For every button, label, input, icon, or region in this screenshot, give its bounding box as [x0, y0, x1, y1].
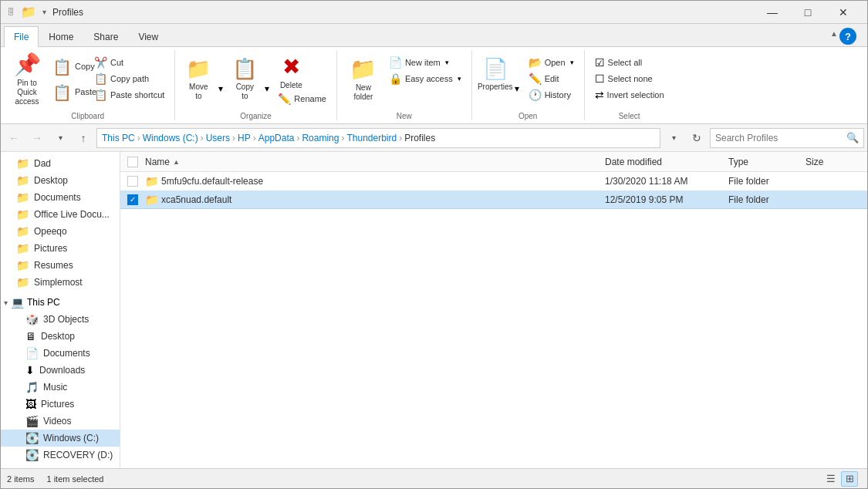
refresh-button[interactable]: ↻	[687, 128, 707, 148]
history-icon: 🕐	[529, 89, 542, 101]
sidebar-item-documents2[interactable]: 📄 Documents	[1, 345, 120, 362]
close-button[interactable]: ✕	[826, 1, 861, 24]
column-type[interactable]: Type	[725, 157, 802, 167]
ribbon-tabs: File Home Share View ▲ ?	[1, 24, 867, 47]
easy-access-button[interactable]: 🔒 Easy access ▾	[385, 71, 465, 86]
breadcrumb-users[interactable]: Users	[206, 133, 230, 143]
large-icons-view-button[interactable]: ⊞	[841, 471, 858, 487]
table-row[interactable]: ✓ 📁 xca5nuad.default 12/5/2019 9:05 PM F…	[120, 191, 867, 209]
computer-icon: 💻	[11, 296, 24, 309]
sidebar-item-recovery[interactable]: 💽 RECOVERY (D:)	[1, 447, 120, 464]
collapse-ribbon-button[interactable]: ▲	[829, 28, 839, 39]
ribbon-group-new: 📁 New folder 📄 New item ▾ 🔒 Easy access …	[337, 50, 472, 120]
open-button[interactable]: 📂 Open ▾	[525, 55, 578, 70]
sidebar-item-downloads[interactable]: ⬇ Downloads	[1, 362, 120, 379]
move-to-arrow[interactable]: ▾	[215, 53, 226, 101]
row1-check[interactable]	[123, 176, 142, 187]
search-input[interactable]	[715, 133, 843, 143]
easy-access-icon: 🔒	[389, 73, 402, 85]
header-check[interactable]	[123, 157, 142, 167]
row1-checkbox[interactable]	[127, 176, 138, 187]
edit-button[interactable]: ✏️ Edit	[525, 71, 578, 86]
breadcrumb-appdata[interactable]: AppData	[258, 133, 295, 143]
copy-to-arrow[interactable]: ▾	[262, 53, 272, 101]
sort-arrow-icon: ▲	[173, 158, 180, 166]
sidebar-item-pictures[interactable]: 📁 Pictures	[1, 240, 120, 257]
new-item-label: New item	[405, 58, 441, 67]
sidebar-item-videos[interactable]: 🎬 Videos	[1, 413, 120, 430]
recovery-icon: 💽	[25, 449, 39, 461]
details-view-button[interactable]: ☰	[822, 471, 839, 487]
sidebar-item-dad[interactable]: 📁 Dad	[1, 155, 120, 172]
help-button[interactable]: ?	[839, 28, 856, 45]
header-checkbox[interactable]	[127, 157, 138, 167]
sidebar-item-3dobjects[interactable]: 🎲 3D Objects	[1, 311, 120, 328]
sidebar-item-desktop[interactable]: 📁 Desktop	[1, 172, 120, 189]
history-button[interactable]: 🕐 History	[525, 87, 578, 103]
sidebar-item-documents[interactable]: 📁 Documents	[1, 189, 120, 206]
table-row[interactable]: 📁 5mfu9cfu.default-release 1/30/2020 11:…	[120, 172, 867, 191]
column-date[interactable]: Date modified	[602, 157, 725, 167]
breadcrumb-profiles[interactable]: Profiles	[404, 133, 435, 143]
up-button[interactable]: ↑	[73, 128, 93, 148]
recent-locations-button[interactable]: ▾	[50, 128, 70, 148]
copy-icon: 📋	[52, 58, 72, 76]
minimize-button[interactable]: —	[755, 1, 790, 24]
edit-label: Edit	[545, 74, 559, 83]
row2-filename: xca5nuad.default	[161, 194, 599, 205]
move-to-button[interactable]: 📁 Move to	[181, 53, 215, 101]
breadcrumb-roaming[interactable]: Roaming	[302, 133, 339, 143]
copy-button[interactable]: 📋 Copy	[49, 55, 89, 79]
tab-share[interactable]: Share	[83, 26, 128, 47]
breadcrumb-thunderbird[interactable]: Thunderbird	[346, 133, 397, 143]
invert-selection-button[interactable]: ⇄ Invert selection	[591, 87, 668, 103]
view-buttons: ☰ ⊞	[822, 471, 858, 487]
rename-button[interactable]: ✏️ Rename	[274, 91, 330, 106]
breadcrumb[interactable]: This PC › Windows (C:) › Users › HP › Ap…	[96, 128, 660, 148]
dropdown-address-button[interactable]: ▾	[664, 128, 684, 148]
new-item-button[interactable]: 📄 New item ▾	[385, 55, 465, 70]
pin-icon: 📌	[14, 52, 41, 77]
select-none-button[interactable]: ☐ Select none	[591, 71, 668, 86]
cut-button[interactable]: ✂️ Cut	[90, 55, 168, 70]
tab-file[interactable]: File	[4, 26, 39, 47]
delete-button[interactable]: ✖ Delete	[274, 55, 308, 89]
properties-arrow[interactable]: ▾	[512, 53, 523, 101]
dropdown-arrow-icon[interactable]: ▾	[42, 8, 46, 16]
sidebar-item-music[interactable]: 🎵 Music	[1, 379, 120, 396]
breadcrumb-pc[interactable]: This PC	[102, 133, 135, 143]
folder-icon: 📁	[16, 174, 29, 187]
sidebar-item-windows-c[interactable]: 💽 Windows (C:)	[1, 430, 120, 447]
forward-button[interactable]: →	[27, 128, 47, 148]
select-all-button[interactable]: ☑ Select all	[591, 55, 668, 70]
pin-label: Pin to Quick access	[11, 79, 43, 106]
sidebar-item-resumes[interactable]: 📁 Resumes	[1, 257, 120, 274]
paste-shortcut-button[interactable]: 📋 Paste shortcut	[90, 87, 168, 103]
sidebar-label-downloads: Downloads	[39, 365, 85, 376]
pin-to-quick-access-button[interactable]: 📌 Pin to Quick access	[7, 53, 47, 104]
properties-button[interactable]: 📄 Properties	[478, 53, 512, 101]
column-size[interactable]: Size	[802, 157, 864, 167]
back-button[interactable]: ←	[4, 128, 24, 148]
breadcrumb-hp[interactable]: HP	[238, 133, 251, 143]
breadcrumb-windows[interactable]: Windows (C:)	[143, 133, 198, 143]
column-name[interactable]: Name ▲	[142, 157, 602, 167]
search-box[interactable]: 🔍	[710, 128, 864, 148]
sidebar-item-pictures2[interactable]: 🖼 Pictures	[1, 396, 120, 413]
copy-to-button[interactable]: 📋 Copy to	[228, 53, 262, 101]
row2-check[interactable]: ✓	[123, 194, 142, 205]
paste-button[interactable]: 📋 Paste	[49, 80, 89, 105]
row2-checkbox[interactable]: ✓	[127, 194, 138, 205]
tab-view[interactable]: View	[128, 26, 168, 47]
sidebar-item-desktop2[interactable]: 🖥 Desktop	[1, 328, 120, 345]
titlebar-controls: — □ ✕	[755, 1, 861, 24]
sidebar-this-pc[interactable]: ▾ 💻 This PC	[1, 294, 120, 311]
copy-path-button[interactable]: 📋 Copy path	[90, 71, 168, 86]
maximize-button[interactable]: □	[790, 1, 826, 24]
sidebar-item-simplemost[interactable]: 📁 Simplemost	[1, 274, 120, 291]
new-folder-button[interactable]: 📁 New folder	[343, 53, 383, 104]
sidebar-item-officelive[interactable]: 📁 Office Live Docu...	[1, 206, 120, 223]
expand-arrow-icon: ▾	[4, 298, 8, 307]
tab-home[interactable]: Home	[39, 26, 83, 47]
sidebar-item-opeeqo[interactable]: 📁 Opeeqo	[1, 223, 120, 240]
